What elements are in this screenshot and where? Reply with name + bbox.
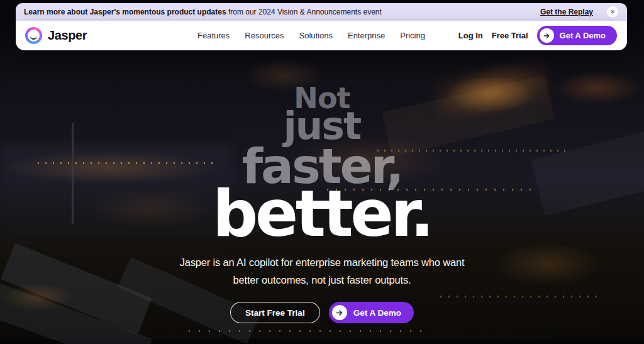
hero-subtitle-line-2: better outcomes, not just faster outputs… — [233, 274, 411, 286]
close-icon: ✕ — [610, 6, 615, 18]
jasper-logo[interactable]: Jasper — [25, 27, 87, 44]
brand-name: Jasper — [48, 28, 87, 43]
hero-cta-row: Start Free Trial Get A Demo — [0, 302, 644, 323]
log-in-link[interactable]: Log In — [458, 31, 483, 40]
navbar: Jasper Features Resources Solutions Ente… — [16, 21, 627, 50]
get-a-demo-hero-button[interactable]: Get A Demo — [329, 302, 414, 323]
banner-message-rest: from our 2024 Vision & Announcements eve… — [228, 8, 382, 16]
hero-subtitle: Jasper is an AI copilot for enterprise m… — [0, 253, 644, 289]
get-a-demo-button[interactable]: Get A Demo — [537, 26, 617, 45]
smile-icon — [30, 35, 37, 40]
nav-actions: Log In Free Trial Get A Demo — [458, 26, 617, 45]
arrow-right-icon — [540, 28, 554, 43]
nav-links: Features Resources Solutions Enterprise … — [197, 31, 425, 40]
free-trial-link[interactable]: Free Trial — [492, 31, 528, 40]
headline-line-4: better. — [0, 182, 644, 246]
nav-item-pricing[interactable]: Pricing — [400, 31, 425, 40]
get-a-demo-label: Get A Demo — [560, 31, 606, 40]
nav-item-solutions[interactable]: Solutions — [299, 31, 332, 40]
banner-message-bold: Learn more about Jasper's momentous prod… — [24, 8, 226, 16]
banner-message: Learn more about Jasper's momentous prod… — [24, 8, 382, 16]
site-header: Learn more about Jasper's momentous prod… — [16, 3, 627, 50]
close-banner-button[interactable]: ✕ — [607, 6, 618, 18]
get-a-demo-hero-label: Get A Demo — [353, 308, 401, 318]
hero-subtitle-line-1: Jasper is an AI copilot for enterprise m… — [180, 257, 465, 268]
nav-item-resources[interactable]: Resources — [245, 31, 284, 40]
jasper-logo-icon — [25, 27, 42, 44]
nav-item-enterprise[interactable]: Enterprise — [348, 31, 385, 40]
announcement-banner: Learn more about Jasper's momentous prod… — [16, 3, 627, 21]
start-free-trial-button[interactable]: Start Free Trial — [230, 302, 320, 323]
arrow-right-icon — [332, 305, 347, 320]
get-the-replay-link[interactable]: Get the Replay — [540, 8, 593, 16]
nav-item-features[interactable]: Features — [197, 31, 230, 40]
